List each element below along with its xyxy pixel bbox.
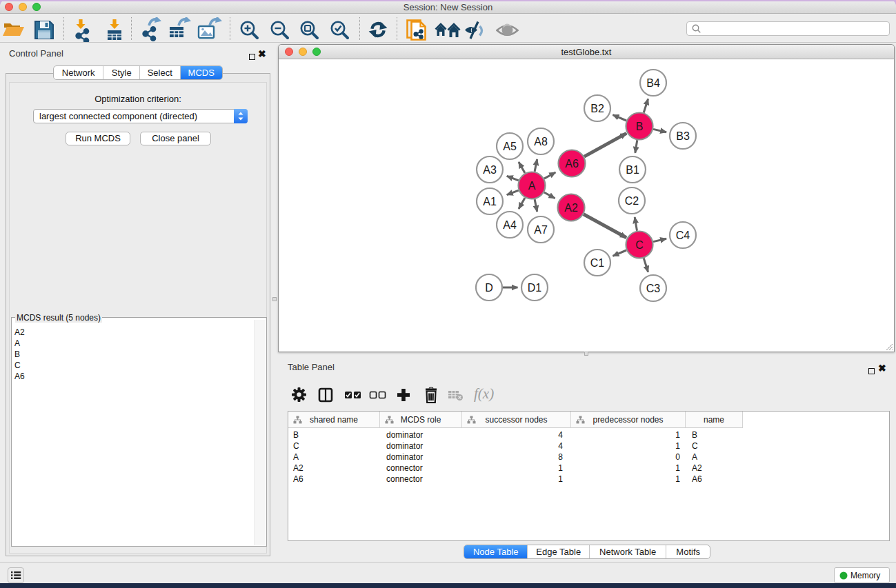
svg-text:A1: A1	[483, 196, 497, 207]
svg-text:C2: C2	[625, 195, 639, 207]
svg-text:A2: A2	[564, 202, 578, 214]
svg-text:A5: A5	[503, 141, 517, 152]
svg-text:B1: B1	[626, 164, 639, 176]
svg-text:C1: C1	[590, 257, 605, 269]
svg-text:A3: A3	[483, 164, 497, 176]
svg-text:A6: A6	[565, 158, 579, 170]
svg-text:A: A	[528, 180, 536, 192]
svg-text:B: B	[636, 121, 644, 132]
svg-text:A8: A8	[534, 136, 548, 148]
svg-text:D1: D1	[528, 282, 542, 294]
svg-text:B2: B2	[590, 103, 604, 114]
svg-text:C3: C3	[646, 283, 661, 294]
svg-text:C: C	[635, 239, 644, 251]
svg-text:B3: B3	[676, 130, 690, 142]
svg-text:A7: A7	[534, 224, 548, 236]
svg-text:C4: C4	[676, 230, 690, 241]
svg-text:B4: B4	[646, 77, 660, 89]
svg-text:D: D	[485, 282, 493, 294]
svg-text:A4: A4	[503, 219, 517, 231]
